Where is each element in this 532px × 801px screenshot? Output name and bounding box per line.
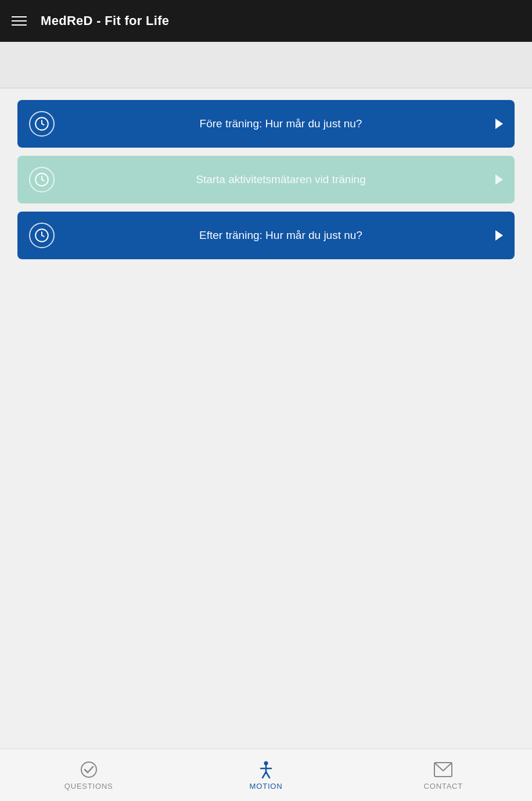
- subheader-area: [0, 42, 532, 88]
- svg-point-3: [81, 762, 96, 777]
- app-title: MedReD - Fit for Life: [41, 13, 169, 28]
- efter-traning-label: Efter träning: Hur mår du just nu?: [66, 229, 495, 242]
- starta-aktivitet-button[interactable]: Starta aktivitetsmätaren vid träning: [17, 156, 515, 203]
- starta-aktivitet-label: Starta aktivitetsmätaren vid träning: [66, 173, 495, 186]
- chevron-right-icon-starta: [495, 174, 503, 185]
- clock-icon-efter: [29, 223, 55, 248]
- envelope-icon: [434, 760, 452, 779]
- checkmark-icon: [80, 760, 98, 779]
- motion-label: MOTION: [250, 782, 283, 791]
- clock-icon-fore: [29, 111, 55, 137]
- chevron-right-icon-efter: [495, 230, 503, 241]
- questions-label: QUESTIONS: [64, 782, 113, 791]
- bottom-navigation: QUESTIONS MOTION: [0, 749, 532, 801]
- svg-line-7: [263, 772, 266, 778]
- nav-item-contact[interactable]: CONTACT: [355, 749, 532, 801]
- fore-traning-label: Före träning: Hur mår du just nu?: [66, 117, 495, 130]
- nav-item-questions[interactable]: QUESTIONS: [0, 749, 177, 801]
- person-icon: [257, 760, 275, 779]
- svg-point-4: [264, 761, 268, 765]
- efter-traning-button[interactable]: Efter träning: Hur mår du just nu?: [17, 212, 515, 259]
- chevron-right-icon-fore: [495, 119, 503, 129]
- fore-traning-button[interactable]: Före träning: Hur mår du just nu?: [17, 100, 515, 148]
- svg-line-8: [266, 772, 269, 778]
- contact-label: CONTACT: [424, 782, 463, 791]
- clock-icon-starta: [29, 167, 55, 192]
- nav-item-motion[interactable]: MOTION: [177, 749, 354, 801]
- hamburger-menu-button[interactable]: [12, 16, 27, 26]
- main-content: Före träning: Hur mår du just nu? Starta…: [0, 88, 532, 749]
- app-header: MedReD - Fit for Life: [0, 0, 532, 42]
